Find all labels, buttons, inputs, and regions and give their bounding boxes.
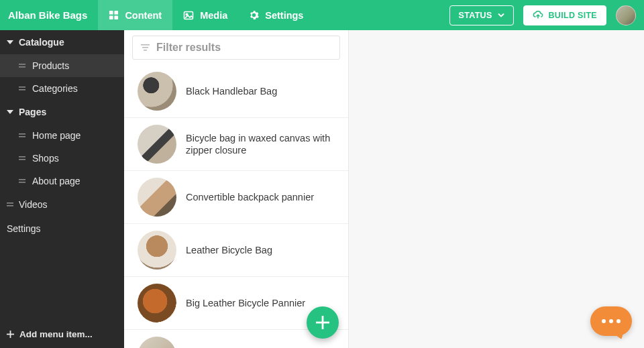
- thumbnail: [138, 178, 176, 217]
- svg-rect-9: [19, 89, 25, 91]
- sidebar-item-videos[interactable]: Videos: [0, 192, 124, 217]
- sidebar-pages-label: Pages: [19, 107, 46, 117]
- tab-media-label: Media: [200, 10, 227, 21]
- svg-rect-3: [115, 15, 119, 19]
- svg-rect-21: [142, 47, 148, 48]
- build-site-label: BUILD SITE: [549, 11, 597, 20]
- list-item-title: Convertible backpack pannier: [186, 191, 314, 203]
- sidebar-categories-label: Categories: [32, 83, 78, 94]
- add-button[interactable]: [307, 306, 339, 339]
- sidebar-section-pages[interactable]: Pages: [0, 100, 124, 124]
- svg-rect-6: [19, 64, 25, 65]
- svg-point-5: [186, 13, 188, 15]
- content-column: Filter results Black Handlebar Bag Bicyc…: [124, 30, 349, 348]
- drag-icon: [7, 202, 13, 207]
- list-item-title: Big Leather Bicycle Pannier: [186, 297, 305, 309]
- plus-icon: [316, 316, 329, 329]
- tab-content-label: Content: [125, 10, 162, 21]
- svg-rect-16: [7, 202, 13, 204]
- product-list: Black Handlebar Bag Bicycle bag in waxed…: [124, 65, 348, 348]
- dot-icon: [602, 319, 606, 323]
- avatar[interactable]: [616, 5, 636, 25]
- list-item[interactable]: Leather Bicycle Bag: [124, 224, 348, 277]
- filter-icon: [141, 44, 150, 52]
- tab-media[interactable]: Media: [172, 0, 238, 30]
- sidebar-home-label: Home page: [32, 130, 80, 141]
- status-button[interactable]: STATUS: [449, 5, 514, 25]
- sidebar-section-catalogue[interactable]: Catalogue: [0, 30, 124, 54]
- sidebar-item-shops[interactable]: Shops: [0, 147, 124, 170]
- svg-rect-13: [19, 159, 25, 160]
- svg-rect-10: [19, 133, 25, 135]
- drag-icon: [19, 156, 25, 161]
- svg-rect-17: [7, 205, 13, 207]
- chevron-down-icon: [498, 13, 504, 17]
- filter-placeholder: Filter results: [156, 42, 221, 54]
- drag-icon: [19, 86, 25, 91]
- detail-panel: [349, 30, 644, 348]
- sidebar-item-home[interactable]: Home page: [0, 124, 124, 147]
- sidebar-item-products[interactable]: Products: [0, 54, 124, 77]
- sidebar-settings-label: Settings: [7, 223, 41, 234]
- svg-rect-20: [141, 44, 150, 46]
- sidebar: Catalogue Products Categories Pages Home…: [0, 30, 124, 348]
- topbar-right: STATUS BUILD SITE: [449, 5, 644, 25]
- cloud-upload-icon: [533, 11, 543, 19]
- caret-down-icon: [7, 109, 13, 115]
- chat-button[interactable]: [590, 306, 632, 336]
- svg-rect-12: [19, 156, 25, 158]
- svg-rect-22: [144, 50, 147, 51]
- svg-rect-14: [19, 179, 25, 180]
- svg-rect-7: [19, 66, 25, 68]
- add-menu-label: Add menu item...: [19, 329, 93, 339]
- svg-rect-19: [7, 334, 14, 335]
- svg-rect-11: [19, 136, 25, 137]
- topbar: Alban Bike Bags Content Media Settings S…: [0, 0, 644, 30]
- list-item-title: Black Handlebar Bag: [186, 85, 277, 97]
- build-site-button[interactable]: BUILD SITE: [523, 5, 606, 25]
- sidebar-item-categories[interactable]: Categories: [0, 77, 124, 100]
- sidebar-videos-label: Videos: [19, 199, 48, 210]
- sidebar-products-label: Products: [32, 60, 69, 71]
- thumbnail: [138, 125, 176, 164]
- top-nav: Content Media Settings: [98, 0, 314, 30]
- svg-rect-8: [19, 86, 25, 88]
- add-menu-item-button[interactable]: Add menu item...: [0, 322, 124, 348]
- thumbnail: [138, 337, 176, 348]
- main: Catalogue Products Categories Pages Home…: [0, 30, 644, 348]
- drag-icon: [19, 178, 25, 184]
- image-icon: [183, 10, 194, 21]
- list-item[interactable]: Bicycle bag in waxed canvas with zipper …: [124, 118, 348, 171]
- list-item[interactable]: Convertible backpack pannier: [124, 171, 348, 224]
- thumbnail: [138, 284, 176, 323]
- gear-icon: [249, 10, 259, 20]
- svg-rect-2: [109, 15, 113, 19]
- plus-icon: [7, 331, 14, 338]
- tab-settings[interactable]: Settings: [238, 0, 314, 30]
- svg-rect-15: [19, 182, 25, 183]
- sidebar-item-settings[interactable]: Settings: [0, 217, 124, 241]
- svg-rect-24: [316, 322, 329, 324]
- drag-icon: [19, 63, 25, 68]
- svg-rect-1: [115, 11, 119, 15]
- sidebar-shops-label: Shops: [32, 153, 59, 164]
- tab-content[interactable]: Content: [98, 0, 172, 30]
- drag-icon: [19, 133, 25, 138]
- sidebar-item-about[interactable]: About page: [0, 170, 124, 192]
- sidebar-about-label: About page: [32, 176, 80, 186]
- list-item[interactable]: Black Handlebar Bag: [124, 65, 348, 118]
- dot-icon: [616, 319, 621, 323]
- list-item-title: Bicycle bag in waxed canvas with zipper …: [186, 132, 335, 156]
- thumbnail: [138, 231, 176, 270]
- brand-title: Alban Bike Bags: [0, 9, 98, 21]
- filter-input[interactable]: Filter results: [132, 36, 340, 60]
- sidebar-catalogue-label: Catalogue: [19, 37, 64, 48]
- tab-settings-label: Settings: [265, 10, 303, 21]
- list-item-title: Leather Bicycle Bag: [186, 244, 272, 256]
- dot-icon: [609, 319, 613, 323]
- grid-icon: [109, 10, 119, 20]
- svg-rect-0: [109, 11, 113, 15]
- caret-down-icon: [7, 40, 13, 45]
- status-label: STATUS: [459, 11, 492, 20]
- thumbnail: [138, 72, 176, 111]
